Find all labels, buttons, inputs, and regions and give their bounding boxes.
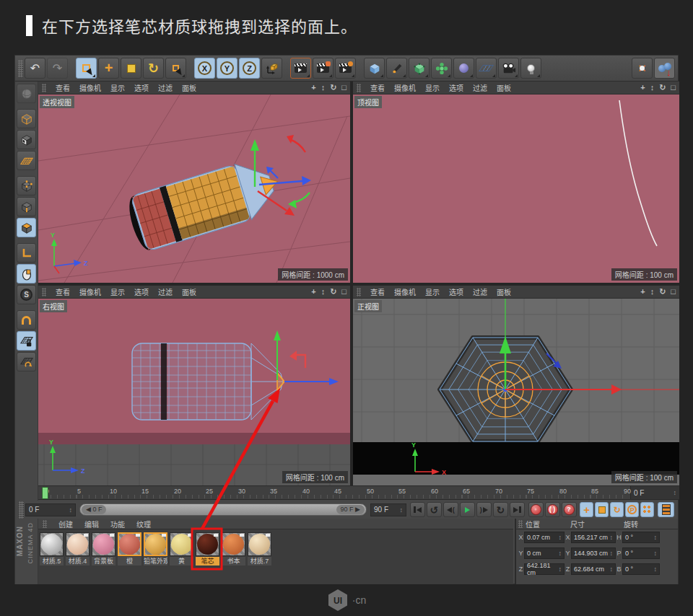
stepper-icon[interactable]: ↕	[610, 534, 614, 541]
stepper-icon[interactable]: ↕	[654, 550, 658, 557]
maximize-icon[interactable]: □	[671, 84, 676, 92]
zoom-icon[interactable]: ↕	[650, 84, 655, 92]
rotation-b-field[interactable]: 0 °↕	[622, 563, 660, 575]
orbit-icon[interactable]: ↻	[330, 288, 336, 296]
stepper-icon[interactable]: ↕	[654, 566, 658, 573]
stepper-icon[interactable]: ↕	[69, 506, 73, 514]
previous-key-button[interactable]: ↺	[427, 502, 442, 517]
material-sphere-box[interactable]	[66, 532, 90, 556]
move-button[interactable]: +	[98, 58, 119, 79]
selection-dropdown-button[interactable]	[165, 58, 186, 79]
material-item[interactable]: 黄	[170, 532, 193, 566]
material-sphere-box[interactable]	[118, 532, 141, 556]
rotation-p-field[interactable]: 0 °↕	[622, 547, 660, 559]
redo-button[interactable]: ↷	[47, 58, 68, 79]
material-name[interactable]: 材质.7	[248, 557, 271, 566]
pan-icon[interactable]: +	[311, 288, 315, 296]
menu-display[interactable]: 显示	[425, 286, 440, 297]
make-editable-button[interactable]	[17, 84, 36, 103]
position-y-field[interactable]: 0 cm↕	[524, 547, 565, 559]
menu-panel[interactable]: 面板	[182, 82, 196, 93]
pan-icon[interactable]: +	[311, 84, 315, 92]
texture-mode-button[interactable]	[17, 130, 36, 149]
menu-view[interactable]: 查看	[56, 82, 70, 93]
menu-camera[interactable]: 摄像机	[79, 82, 101, 93]
goto-end-button[interactable]	[510, 502, 525, 517]
maximize-icon[interactable]: □	[341, 288, 346, 296]
frame-spinner[interactable]: 0 F↕	[25, 503, 76, 516]
material-item[interactable]: 材质.7	[248, 532, 271, 566]
menu-panel[interactable]: 面板	[497, 286, 511, 297]
polygons-mode-button[interactable]	[17, 218, 36, 237]
menu-grip[interactable]	[357, 288, 361, 296]
menu-grip[interactable]	[357, 84, 361, 92]
previous-frame-button[interactable]: (	[443, 502, 458, 517]
autokey-button[interactable]: ( )	[545, 502, 560, 517]
cube-primitive-button[interactable]	[364, 58, 385, 79]
menu-camera[interactable]: 摄像机	[394, 286, 416, 297]
material-name[interactable]: 书本	[222, 557, 245, 566]
planar-workplane-button[interactable]	[17, 352, 36, 371]
material-sphere-box[interactable]	[170, 532, 193, 556]
stepper-icon[interactable]: ↕	[559, 534, 562, 541]
menu-view[interactable]: 查看	[370, 82, 385, 93]
axis-mode-button[interactable]	[17, 243, 36, 263]
material-name[interactable]: 黄	[170, 557, 193, 566]
material-item[interactable]: 书本	[222, 532, 245, 566]
lock-x-button[interactable]: X	[194, 58, 215, 79]
material-name[interactable]: 材质.4	[66, 557, 90, 566]
material-sphere-box[interactable]	[144, 532, 167, 556]
panel-grip[interactable]	[518, 520, 523, 528]
zoom-icon[interactable]: ↕	[650, 288, 655, 296]
environment-button[interactable]	[453, 58, 474, 79]
keyframe-selection-button[interactable]: ?	[562, 502, 577, 517]
menu-panel[interactable]: 面板	[182, 286, 196, 297]
position-x-field[interactable]: 0.07 cm↕	[524, 532, 565, 543]
material-sphere-box[interactable]	[196, 532, 219, 556]
material-sphere-box[interactable]	[222, 532, 245, 556]
menu-view[interactable]: 查看	[370, 286, 385, 297]
maximize-icon[interactable]: □	[341, 84, 346, 92]
range-end-cap[interactable]: 90 F ▶	[336, 505, 365, 514]
menu-grip[interactable]	[42, 84, 46, 92]
material-deliver-button[interactable]: ↓	[654, 58, 675, 79]
pan-icon[interactable]: +	[640, 84, 645, 92]
floor-button[interactable]	[476, 58, 497, 79]
material-name[interactable]: 笔芯	[196, 557, 219, 566]
menu-grip[interactable]	[43, 520, 47, 528]
zoom-icon[interactable]: ↕	[321, 84, 326, 92]
viewport-right[interactable]: 查看 摄像机 显示 选项 过滤 面板 +↕↻□ 右视图	[38, 286, 350, 485]
play-button[interactable]	[460, 502, 475, 517]
rotate-button[interactable]: ↻	[143, 58, 164, 79]
menu-camera[interactable]: 摄像机	[79, 286, 101, 297]
playback-grip[interactable]	[19, 501, 24, 519]
viewport-front[interactable]: 查看 摄像机 显示 选项 过滤 面板 +↕↻□ 正视图	[353, 286, 679, 485]
goto-start-button[interactable]	[410, 502, 425, 517]
end-frame-spinner[interactable]: 90 F↕	[370, 503, 406, 516]
render-picture-viewer-button[interactable]	[313, 58, 334, 79]
orbit-icon[interactable]: ↻	[659, 288, 666, 296]
keyframe-palette-button[interactable]	[658, 502, 674, 517]
pencil-spline[interactable]	[619, 100, 657, 246]
pan-icon[interactable]: +	[640, 288, 645, 296]
material-name[interactable]: 材质.5	[40, 557, 64, 566]
next-frame-button[interactable]: )	[476, 502, 492, 517]
rotation-h-field[interactable]: 0 °↕	[622, 532, 660, 543]
lock-y-button[interactable]: Y	[217, 58, 237, 79]
menu-function[interactable]: 功能	[110, 519, 125, 529]
menu-options[interactable]: 选项	[449, 82, 463, 93]
menu-filter[interactable]: 过滤	[473, 82, 487, 93]
axis-center-button[interactable]: ✕	[632, 58, 653, 79]
key-scale-button[interactable]	[595, 502, 609, 517]
stepper-icon[interactable]: ↕	[610, 550, 614, 557]
material-item[interactable]: 材质.5	[40, 532, 64, 566]
material-item[interactable]: 橙	[118, 532, 141, 566]
model-mode-button[interactable]	[17, 109, 36, 128]
material-name[interactable]: 背景板	[92, 557, 116, 566]
stepper-icon[interactable]: ↕	[559, 550, 562, 557]
timeline-ruler[interactable]: 0 5 10 15 20 25 30 35 40 45 50 55 60 65 …	[38, 485, 679, 500]
menu-filter[interactable]: 过滤	[473, 286, 487, 297]
range-start-cap[interactable]: ◀ 0 F	[82, 505, 106, 514]
stepper-icon[interactable]: ↕	[400, 506, 404, 514]
menu-filter[interactable]: 过滤	[158, 286, 173, 297]
